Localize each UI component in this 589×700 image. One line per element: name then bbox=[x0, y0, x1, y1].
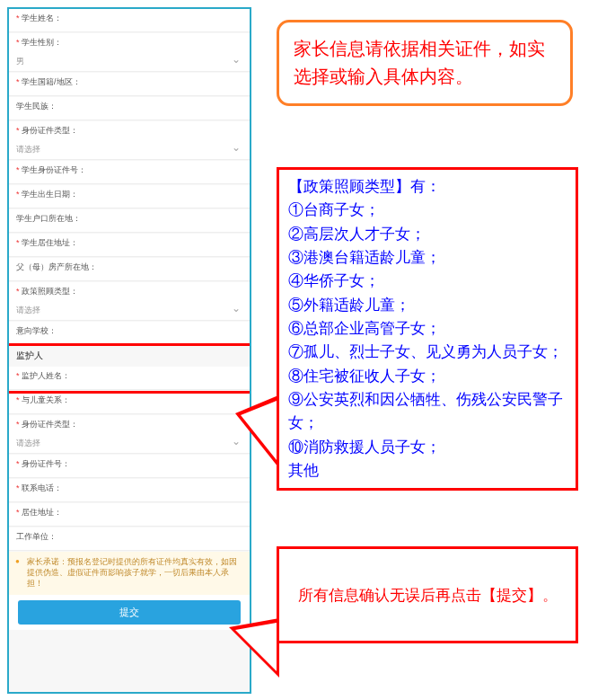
policy-item-0: ①台商子女； bbox=[288, 199, 567, 222]
pointer-to-guardian bbox=[235, 395, 278, 467]
policy-item-9: ⑩消防救援人员子女； bbox=[288, 436, 567, 459]
guardian-field-4[interactable]: 居住地址： bbox=[9, 503, 250, 527]
student-label-4: 身份证件类型： bbox=[16, 125, 242, 142]
student-label-6: 学生出生日期： bbox=[16, 189, 242, 206]
policy-item-3: ④华侨子女； bbox=[288, 270, 567, 293]
pointer-to-submit bbox=[229, 618, 279, 678]
guardian-field-3[interactable]: 联系电话： bbox=[9, 479, 250, 502]
student-label-7: 学生户口所在地： bbox=[16, 213, 242, 230]
callout-policy-types: 【政策照顾类型】有： ①台商子女；②高层次人才子女；③港澳台籍适龄儿童；④华侨子… bbox=[277, 167, 578, 491]
student-label-11: 意向学校： bbox=[16, 325, 242, 342]
student-field-1[interactable]: 学生性别：男 bbox=[9, 33, 250, 72]
policy-list: ①台商子女；②高层次人才子女；③港澳台籍适龄儿童；④华侨子女；⑤外籍适龄儿童；⑥… bbox=[288, 199, 567, 483]
student-label-1: 学生性别： bbox=[16, 37, 242, 54]
guardian-field-0[interactable]: 与儿童关系： bbox=[9, 391, 250, 414]
policy-item-1: ②高层次人才子女； bbox=[288, 223, 567, 246]
guardian-section-highlight: 监护人 监护人姓名： bbox=[7, 343, 251, 394]
guardian-label-0: 与儿童关系： bbox=[16, 394, 242, 412]
guardian-label-5: 工作单位： bbox=[16, 531, 242, 548]
student-label-8: 学生居住地址： bbox=[16, 237, 242, 254]
parent-declaration: 家长承诺：预报名登记时提供的所有证件均真实有效，如因提供伪造、虚假证件而影响孩子… bbox=[9, 552, 250, 595]
student-field-7[interactable]: 学生户口所在地： bbox=[9, 209, 250, 233]
student-field-8[interactable]: 学生居住地址： bbox=[9, 234, 250, 257]
guardian-field-5[interactable]: 工作单位： bbox=[9, 527, 250, 551]
policy-item-6: ⑦孤儿、烈士子女、见义勇为人员子女； bbox=[288, 341, 567, 364]
student-value-1: 男 bbox=[16, 54, 242, 69]
policy-item-8: ⑨公安英烈和因公牺牲、伤残公安民警子女； bbox=[288, 388, 567, 436]
policy-item-4: ⑤外籍适龄儿童； bbox=[288, 294, 567, 317]
guardian-fields: 与儿童关系：身份证件类型：请选择身份证件号：联系电话：居住地址：工作单位： bbox=[9, 391, 250, 551]
student-field-0[interactable]: 学生姓名： bbox=[9, 9, 250, 32]
student-field-4[interactable]: 身份证件类型：请选择 bbox=[9, 121, 250, 160]
policy-item-10: 其他 bbox=[288, 459, 567, 483]
submit-wrap: 提交 bbox=[9, 595, 250, 630]
student-label-10: 政策照顾类型： bbox=[16, 286, 242, 303]
student-label-9: 父（母）房产所在地： bbox=[16, 261, 242, 279]
policy-title: 【政策照顾类型】有： bbox=[288, 175, 567, 199]
policy-item-2: ③港澳台籍适龄儿童； bbox=[288, 246, 567, 270]
guardian-name-label: 监护人姓名： bbox=[16, 370, 242, 387]
student-value-4: 请选择 bbox=[16, 142, 242, 157]
student-field-10[interactable]: 政策照顾类型：请选择 bbox=[9, 282, 250, 321]
guardian-label-1: 身份证件类型： bbox=[16, 419, 242, 436]
student-field-11[interactable]: 意向学校： bbox=[9, 322, 250, 345]
policy-item-5: ⑥总部企业高管子女； bbox=[288, 317, 567, 341]
student-field-3[interactable]: 学生民族： bbox=[9, 97, 250, 120]
callout-confirm-text: 所有信息确认无误后再点击【提交】。 bbox=[298, 585, 558, 606]
student-value-10: 请选择 bbox=[16, 303, 242, 318]
student-field-2[interactable]: 学生国籍/地区： bbox=[9, 73, 250, 96]
policy-item-7: ⑧住宅被征收人子女； bbox=[288, 365, 567, 388]
guardian-name-field[interactable]: 监护人姓名： bbox=[9, 367, 250, 390]
guardian-value-1: 请选择 bbox=[16, 436, 242, 451]
callout-confirm-tip: 所有信息确认无误后再点击【提交】。 bbox=[277, 546, 578, 643]
student-label-5: 学生身份证件号： bbox=[16, 164, 242, 182]
guardian-field-2[interactable]: 身份证件号： bbox=[9, 455, 250, 478]
student-label-2: 学生国籍/地区： bbox=[16, 76, 242, 93]
student-field-6[interactable]: 学生出生日期： bbox=[9, 185, 250, 208]
student-fields: 学生姓名：学生性别：男学生国籍/地区：学生民族：身份证件类型：请选择学生身份证件… bbox=[9, 9, 250, 345]
callout-guardian-tip: 家长信息请依据相关证件，如实选择或输入具体内容。 bbox=[277, 20, 573, 106]
student-field-9[interactable]: 父（母）房产所在地： bbox=[9, 258, 250, 281]
student-field-5[interactable]: 学生身份证件号： bbox=[9, 161, 250, 184]
guardian-field-1[interactable]: 身份证件类型：请选择 bbox=[9, 415, 250, 454]
student-label-0: 学生姓名： bbox=[16, 13, 242, 30]
submit-button[interactable]: 提交 bbox=[18, 600, 241, 625]
guardian-label-4: 居住地址： bbox=[16, 507, 242, 524]
student-label-3: 学生民族： bbox=[16, 101, 242, 118]
guardian-label-3: 联系电话： bbox=[16, 483, 242, 500]
guardian-label-2: 身份证件号： bbox=[16, 458, 242, 475]
registration-form-panel: 学生姓名：学生性别：男学生国籍/地区：学生民族：身份证件类型：请选择学生身份证件… bbox=[7, 7, 251, 694]
guardian-section-title: 监护人 bbox=[9, 346, 250, 367]
